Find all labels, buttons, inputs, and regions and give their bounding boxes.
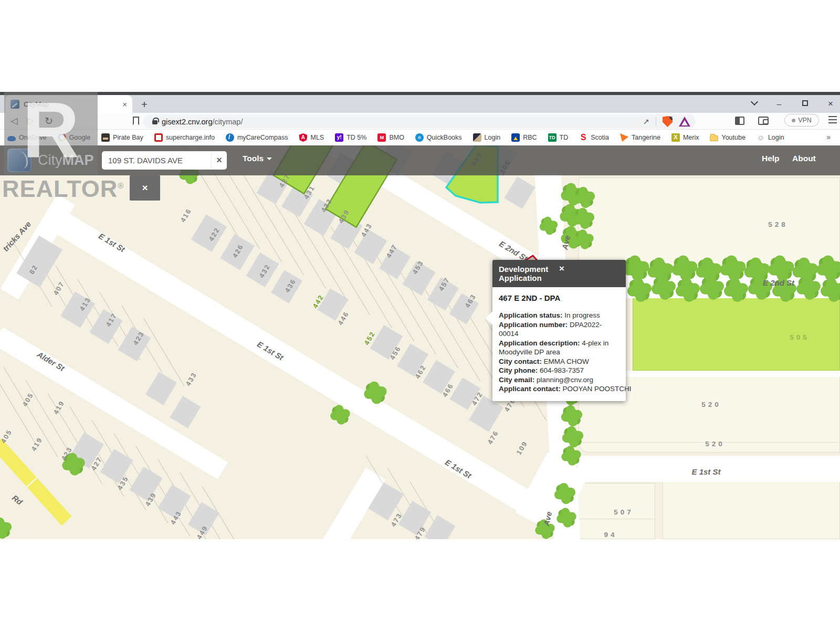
search-box: × bbox=[102, 151, 227, 170]
supercharge-icon bbox=[154, 133, 163, 142]
lot-number-label: 520 bbox=[701, 401, 721, 408]
bookmark-item[interactable]: QuickBooks bbox=[415, 133, 462, 142]
minimize-button[interactable]: – bbox=[772, 98, 786, 110]
bat-rewards-icon[interactable] bbox=[679, 117, 690, 127]
bookmark-item[interactable]: SScotia bbox=[579, 133, 609, 142]
url-text[interactable]: gisext2.cnv.org/citymap/ bbox=[162, 118, 643, 126]
bookmark-label: Scotia bbox=[591, 134, 609, 141]
url-bar[interactable]: gisext2.cnv.org/citymap/ ↗ 2 bbox=[143, 114, 696, 129]
lot-number-label: 419 bbox=[51, 399, 66, 415]
tangerine-icon bbox=[620, 133, 628, 142]
popup-pointer bbox=[486, 311, 492, 325]
compass-icon bbox=[226, 133, 234, 142]
rbc-shield-icon bbox=[511, 133, 520, 142]
piratebay-icon bbox=[101, 133, 110, 142]
watermark-letter: R bbox=[23, 85, 79, 175]
merix-icon: X bbox=[671, 133, 680, 142]
bookmark-item[interactable]: AMLS bbox=[299, 133, 324, 142]
search-clear-button[interactable]: × bbox=[211, 152, 227, 169]
building-footprint bbox=[170, 396, 201, 428]
bookmark-item[interactable]: myCareCompass bbox=[226, 133, 288, 142]
popup-field: Application status: In progress bbox=[499, 311, 620, 320]
building-footprint bbox=[130, 467, 163, 501]
bookmark-label: myCareCompass bbox=[237, 134, 288, 141]
bookmark-item[interactable]: supercharge.info bbox=[154, 133, 215, 142]
bookmark-item[interactable]: TDTD bbox=[548, 133, 569, 142]
face-icon: ☺ bbox=[757, 133, 765, 142]
tab-close-icon[interactable]: × bbox=[122, 100, 127, 109]
close-window-button[interactable]: × bbox=[823, 98, 838, 110]
angular-shield-icon: A bbox=[299, 133, 307, 142]
tree-icon bbox=[0, 521, 8, 536]
bmo-icon: M bbox=[377, 133, 386, 142]
menu-icon[interactable] bbox=[828, 116, 837, 123]
tree-icon bbox=[565, 429, 580, 444]
development-application-popup: Development Application × 467 E 2ND - DP… bbox=[492, 260, 626, 401]
building-footprint bbox=[424, 515, 455, 539]
wallet-icon[interactable] bbox=[758, 117, 769, 125]
lot-number-label: 520 bbox=[705, 440, 725, 448]
login-diagonal-icon bbox=[473, 133, 481, 142]
screenshot-root: E 1st StE 1st StE 1st StE 2nd StAlder St… bbox=[0, 0, 840, 630]
bookmark-label: BMO bbox=[389, 134, 404, 141]
popup-heading: 467 E 2ND - DPA bbox=[499, 293, 620, 302]
lot-number-label: 528 bbox=[768, 220, 788, 228]
sidebar-toggle-icon[interactable] bbox=[735, 117, 744, 125]
divider bbox=[656, 117, 656, 127]
share-icon[interactable]: ↗ bbox=[643, 117, 649, 127]
new-tab-button[interactable]: + bbox=[138, 98, 151, 111]
bookmarks-bar: OneDriveGooglePirate Baysupercharge.info… bbox=[0, 130, 840, 145]
bookmark-item[interactable]: MBMO bbox=[377, 133, 404, 142]
bookmark-item[interactable]: Youtube bbox=[710, 134, 745, 141]
bookmark-label: Tangerine bbox=[632, 134, 660, 141]
tools-menu-button[interactable]: Tools bbox=[243, 154, 272, 163]
bookmark-item[interactable]: ☺Login bbox=[757, 133, 784, 142]
lot-number-label: 109 bbox=[514, 439, 529, 456]
vpn-button[interactable]: VPN bbox=[784, 114, 819, 127]
tree-icon bbox=[560, 511, 573, 524]
bookmarks-overflow-chevron[interactable]: » bbox=[822, 133, 831, 141]
realtor-watermark-box: R bbox=[4, 92, 98, 175]
lock-icon bbox=[152, 120, 158, 124]
bookmark-item[interactable]: Pirate Bay bbox=[101, 133, 143, 142]
lot-number-label: 507 bbox=[614, 508, 634, 516]
scotia-icon: S bbox=[579, 133, 587, 142]
popup-body: 467 E 2ND - DPA Application status: In p… bbox=[492, 287, 626, 401]
url-host: gisext2.cnv.org bbox=[162, 118, 212, 126]
city-block bbox=[663, 479, 840, 539]
street-label: E 2nd St bbox=[763, 278, 794, 287]
bookmark-label: TD 5% bbox=[346, 134, 366, 141]
td-icon: TD bbox=[548, 133, 556, 142]
bookmark-label: supercharge.info bbox=[166, 134, 215, 141]
about-link[interactable]: About bbox=[792, 154, 816, 163]
popup-field: Application description: 4-plex in Moody… bbox=[499, 339, 620, 357]
popup-close-icon[interactable]: × bbox=[559, 265, 620, 282]
popup-field: Applicant contact: POOYAN POOSTCHI bbox=[499, 384, 620, 394]
popup-title: Development Application bbox=[499, 265, 559, 282]
realtor-watermark-text: REALTOR® bbox=[2, 175, 124, 203]
lot-number-label: 94 bbox=[604, 531, 617, 539]
bookmark-label: QuickBooks bbox=[427, 134, 462, 141]
quickbooks-icon bbox=[415, 133, 424, 142]
bookmark-label: Login bbox=[485, 134, 501, 141]
chevron-down-icon bbox=[267, 158, 272, 160]
maximize-button[interactable] bbox=[802, 100, 808, 106]
tools-label: Tools bbox=[243, 154, 264, 163]
bookmark-label: MLS bbox=[310, 134, 324, 141]
help-link[interactable]: Help bbox=[762, 154, 780, 163]
bookmark-item[interactable]: Login bbox=[473, 133, 501, 142]
bookmark-label: TD bbox=[560, 134, 569, 141]
map-canvas[interactable]: E 1st StE 1st StE 1st StE 2nd StAlder St… bbox=[0, 145, 840, 539]
bookmark-item[interactable]: RBC bbox=[511, 133, 537, 142]
lot-number-label: 405 bbox=[0, 428, 14, 444]
bookmark-label: Login bbox=[768, 134, 784, 141]
close-widget-button[interactable]: × bbox=[130, 175, 160, 201]
vpn-status-dot bbox=[792, 119, 795, 122]
bookmark-item[interactable]: XMerix bbox=[671, 133, 699, 142]
bookmark-item[interactable]: y!TD 5% bbox=[335, 133, 366, 142]
tree-icon bbox=[333, 408, 347, 422]
brave-shield-icon[interactable]: 2 bbox=[663, 116, 673, 127]
bookmark-label: Youtube bbox=[721, 134, 745, 141]
search-input[interactable] bbox=[102, 156, 211, 165]
bookmark-item[interactable]: Tangerine bbox=[620, 133, 660, 142]
